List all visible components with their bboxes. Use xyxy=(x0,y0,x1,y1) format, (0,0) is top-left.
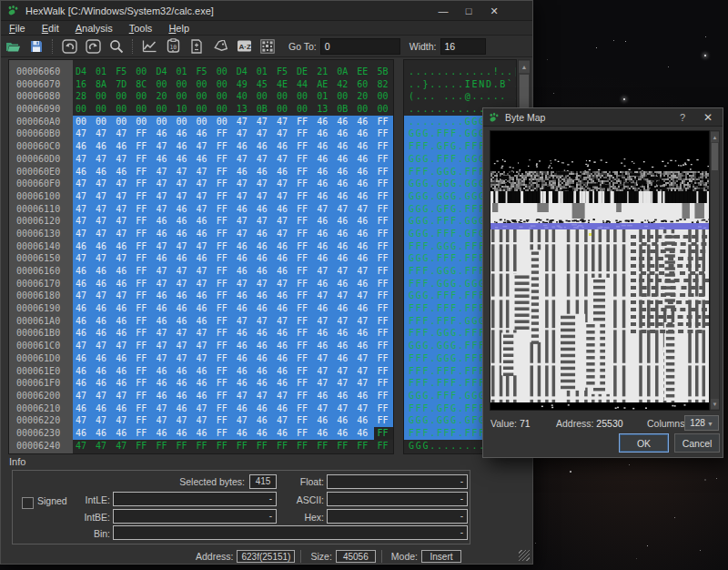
hex-byte-cell[interactable]: D4 xyxy=(73,66,93,78)
hex-byte-cell[interactable]: 46 xyxy=(153,377,173,390)
hex-byte-cell[interactable]: 46 xyxy=(113,315,133,328)
hex-byte-cell[interactable]: 46 xyxy=(274,402,294,415)
hex-byte-cell[interactable]: D4 xyxy=(153,66,173,78)
hex-byte-cell[interactable]: FF xyxy=(133,178,153,190)
hex-byte-cell[interactable]: 47 xyxy=(254,315,274,328)
hex-byte-cell[interactable]: FF xyxy=(374,252,394,265)
hex-byte-cell[interactable]: FF xyxy=(133,327,153,340)
hex-byte-cell[interactable]: 46 xyxy=(153,427,173,440)
hex-byte-cell[interactable]: 46 xyxy=(234,240,254,253)
columns-dropdown[interactable]: 128▼ xyxy=(684,415,719,431)
hex-byte-cell[interactable]: FF xyxy=(374,352,394,365)
hex-byte-cell[interactable]: 46 xyxy=(73,352,93,365)
hex-byte-cell[interactable]: 46 xyxy=(334,153,354,166)
hex-byte-cell[interactable]: 47 xyxy=(73,190,93,203)
hex-byte-cell[interactable]: 46 xyxy=(113,377,133,390)
hex-byte-cell[interactable]: 00 xyxy=(214,90,234,103)
hex-byte-cell[interactable]: 47 xyxy=(314,377,334,390)
hex-byte-cell[interactable]: 46 xyxy=(354,215,374,228)
hex-byte-cell[interactable]: 47 xyxy=(173,340,193,352)
hex-byte-cell[interactable]: 46 xyxy=(354,178,374,190)
hex-byte-cell[interactable]: FF xyxy=(374,178,394,190)
hex-byte-cell[interactable]: FF xyxy=(294,252,314,265)
hex-byte-cell[interactable]: 00 xyxy=(113,90,133,103)
hex-byte-cell[interactable]: FF xyxy=(214,153,234,166)
strings-az-icon[interactable]: A·Z xyxy=(233,37,255,56)
hex-byte-cell[interactable]: 47 xyxy=(113,127,133,140)
hex-byte-cell[interactable]: FF xyxy=(294,203,314,216)
hex-byte-cell[interactable]: FF xyxy=(294,427,314,440)
hex-byte-cell[interactable]: 47 xyxy=(274,315,294,328)
hex-byte-cell[interactable]: 47 xyxy=(93,178,113,190)
hex-byte-cell[interactable]: 47 xyxy=(93,203,113,216)
hex-byte-cell[interactable]: 46 xyxy=(173,203,193,216)
hex-byte-cell[interactable]: FF xyxy=(214,377,234,390)
hex-byte-cell[interactable]: 47 xyxy=(234,116,254,128)
hex-byte-cell[interactable]: FF xyxy=(194,440,214,453)
hex-byte-cell[interactable]: 47 xyxy=(234,127,254,140)
hex-row[interactable]: 00006220474747FF474747FF474647FF464646FF xyxy=(9,414,393,427)
hex-byte-cell[interactable]: FF xyxy=(133,265,153,278)
hex-byte-cell[interactable]: FF xyxy=(374,215,394,228)
maximize-button[interactable]: □ xyxy=(456,1,481,21)
menu-help[interactable]: Help xyxy=(160,23,197,34)
hex-byte-cell[interactable]: 46 xyxy=(314,252,334,265)
dialog-close-button[interactable]: ✕ xyxy=(699,108,717,127)
hex-byte-cell[interactable]: 47 xyxy=(73,215,93,228)
hex-byte-cell[interactable]: FF xyxy=(133,440,153,453)
hex-byte-cell[interactable]: 46 xyxy=(254,327,274,340)
hex-byte-cell[interactable]: FF xyxy=(214,228,234,240)
hex-byte-cell[interactable]: 46 xyxy=(334,427,354,440)
hex-byte-cell[interactable]: 47 xyxy=(354,365,374,378)
hex-byte-cell[interactable]: FF xyxy=(294,414,314,427)
hex-byte-cell[interactable]: 47 xyxy=(314,290,334,302)
hex-byte-cell[interactable]: FF xyxy=(294,327,314,340)
hex-byte-cell[interactable]: 46 xyxy=(194,153,214,166)
hex-byte-cell[interactable]: 46 xyxy=(354,327,374,340)
hex-byte-cell[interactable]: FF xyxy=(294,315,314,328)
hex-byte-cell[interactable]: 47 xyxy=(113,203,133,216)
hex-byte-cell[interactable]: 46 xyxy=(274,265,294,278)
hex-row[interactable]: 00006150474747FF464646FF464646FF464646FF xyxy=(9,252,393,265)
hex-byte-cell[interactable]: 46 xyxy=(93,315,113,328)
hex-byte-cell[interactable]: 60 xyxy=(354,78,374,91)
hex-byte-cell[interactable]: 47 xyxy=(254,116,274,128)
hex-byte-cell[interactable]: FF xyxy=(374,365,394,378)
hex-byte-cell[interactable]: 46 xyxy=(314,240,334,253)
hex-byte-cell[interactable]: 46 xyxy=(194,215,214,228)
hex-row[interactable]: 000061D0464646FF474747FF464646FF474647FF xyxy=(9,352,393,365)
hex-byte-cell[interactable]: 46 xyxy=(354,240,374,253)
hex-byte-cell[interactable]: 47 xyxy=(254,127,274,140)
hex-byte-cell[interactable]: FF xyxy=(374,278,394,290)
hex-byte-cell[interactable]: 46 xyxy=(173,427,193,440)
hex-byte-cell[interactable]: 47 xyxy=(93,252,113,265)
hex-field[interactable]: - xyxy=(327,509,468,524)
ascii-row[interactable]: ............!..[ xyxy=(404,66,516,78)
hex-byte-cell[interactable]: 46 xyxy=(93,402,113,415)
hex-byte-cell[interactable]: 46 xyxy=(314,390,334,402)
hex-byte-cell[interactable]: 46 xyxy=(274,427,294,440)
hex-byte-cell[interactable]: FF xyxy=(374,127,394,140)
hex-byte-cell[interactable]: 00 xyxy=(173,90,193,103)
hex-byte-cell[interactable]: FF xyxy=(214,302,234,315)
hex-row[interactable]: 00006070168A7D8C0000000049454E44AE426082 xyxy=(9,78,393,91)
hex-byte-cell[interactable]: 47 xyxy=(274,215,294,228)
hex-byte-cell[interactable]: 47 xyxy=(234,215,254,228)
binary-analysis-icon[interactable]: 10 xyxy=(162,37,184,56)
hex-byte-cell[interactable]: 46 xyxy=(354,116,374,128)
hex-row[interactable]: 00006110474747FF474647FF464646FF474747FF xyxy=(9,203,393,216)
hex-byte-cell[interactable]: 47 xyxy=(173,190,193,203)
hex-byte-cell[interactable]: 46 xyxy=(113,166,133,178)
hex-byte-cell[interactable]: FF xyxy=(214,127,234,140)
hex-byte-cell[interactable]: 46 xyxy=(93,240,113,253)
hex-byte-cell[interactable]: 00 xyxy=(173,116,193,128)
hex-byte-cell[interactable]: 46 xyxy=(173,127,193,140)
hex-byte-cell[interactable]: 00 xyxy=(113,116,133,128)
hex-byte-cell[interactable]: 47 xyxy=(153,327,173,340)
hex-byte-cell[interactable]: 46 xyxy=(254,377,274,390)
hex-byte-cell[interactable]: 46 xyxy=(314,302,334,315)
hex-byte-cell[interactable]: 47 xyxy=(153,240,173,253)
hex-byte-cell[interactable]: 46 xyxy=(354,414,374,427)
hex-byte-cell[interactable]: 47 xyxy=(234,190,254,203)
hex-byte-cell[interactable]: 46 xyxy=(173,228,193,240)
